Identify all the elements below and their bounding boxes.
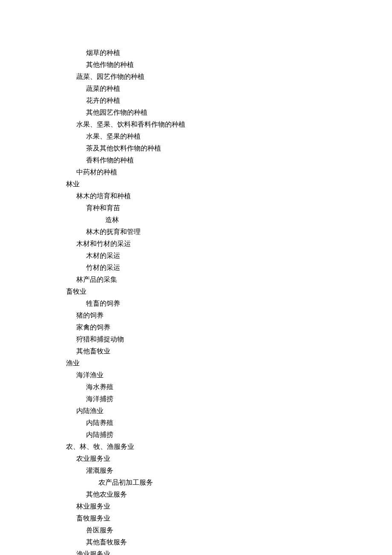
list-item: 其他农业服务 — [66, 489, 392, 500]
list-item: 水果、坚果的种植 — [66, 130, 392, 142]
list-item: 其他畜牧业 — [66, 345, 392, 357]
list-item: 畜牧服务业 — [66, 512, 392, 524]
list-item: 林业服务业 — [66, 500, 392, 512]
list-item: 蔬菜、园艺作物的种植 — [66, 71, 392, 83]
list-item: 渔业 — [66, 357, 392, 369]
list-item: 农业服务业 — [66, 453, 392, 465]
list-item: 育种和育苗 — [66, 202, 392, 214]
list-item: 林产品的采集 — [66, 274, 392, 286]
list-item: 烟草的种植 — [66, 47, 392, 59]
list-item: 灌溉服务 — [66, 465, 392, 477]
list-item: 内陆捕捞 — [66, 429, 392, 441]
list-item: 其他园艺作物的种植 — [66, 107, 392, 119]
list-item: 牲畜的饲养 — [66, 298, 392, 309]
list-item: 竹材的采运 — [66, 262, 392, 274]
list-item: 其他畜牧服务 — [66, 536, 392, 548]
list-item: 渔业服务业 — [66, 548, 392, 555]
list-item: 蔬菜的种植 — [66, 83, 392, 95]
list-item: 内陆养殖 — [66, 417, 392, 429]
document-container: 烟草的种植其他作物的种植蔬菜、园艺作物的种植蔬菜的种植花卉的种植其他园艺作物的种… — [66, 47, 392, 555]
list-item: 木材的采运 — [66, 250, 392, 262]
list-item: 农、林、牧、渔服务业 — [66, 441, 392, 453]
list-item: 农产品初加工服务 — [66, 477, 392, 489]
list-item: 中药材的种植 — [66, 166, 392, 178]
list-item: 花卉的种植 — [66, 95, 392, 107]
list-item: 水果、坚果、饮料和香料作物的种植 — [66, 119, 392, 130]
list-item: 海洋捕捞 — [66, 393, 392, 405]
list-item: 林木的抚育和管理 — [66, 226, 392, 238]
list-item: 造林 — [66, 214, 392, 226]
list-item: 狩猎和捕捉动物 — [66, 333, 392, 345]
list-item: 木材和竹材的采运 — [66, 238, 392, 250]
list-item: 香料作物的种植 — [66, 154, 392, 166]
list-item: 内陆渔业 — [66, 405, 392, 417]
list-item: 兽医服务 — [66, 524, 392, 536]
list-item: 海水养殖 — [66, 381, 392, 393]
list-item: 猪的饲养 — [66, 309, 392, 321]
list-item: 家禽的饲养 — [66, 321, 392, 333]
list-item: 海洋渔业 — [66, 369, 392, 381]
list-item: 其他作物的种植 — [66, 59, 392, 71]
list-item: 林木的培育和种植 — [66, 190, 392, 202]
list-item: 畜牧业 — [66, 286, 392, 298]
list-item: 林业 — [66, 178, 392, 190]
list-item: 茶及其他饮料作物的种植 — [66, 142, 392, 154]
